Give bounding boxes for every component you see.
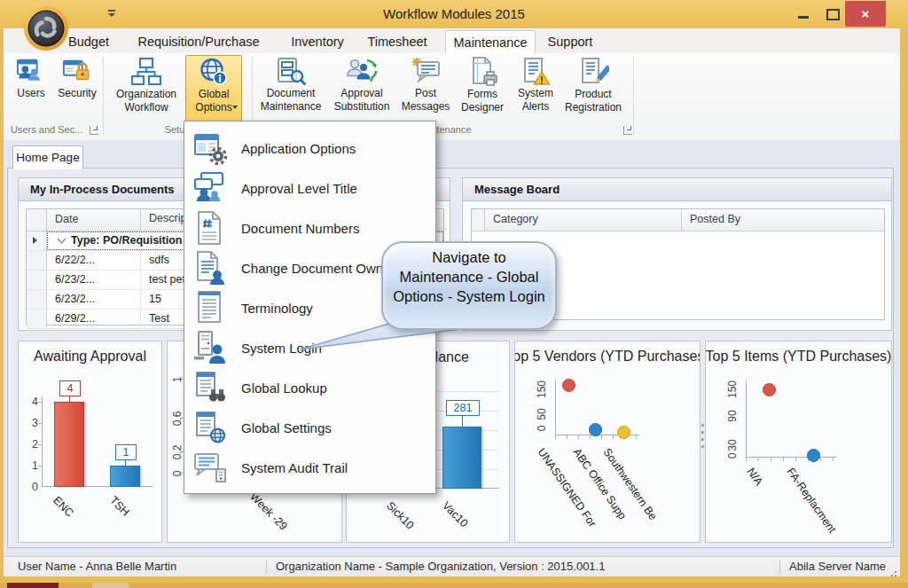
desktop-sliver <box>0 583 908 588</box>
y-tick: 0.6 <box>171 408 184 429</box>
panel-splitter[interactable] <box>701 424 704 451</box>
global-settings-icon <box>192 410 228 445</box>
group-separator <box>103 57 104 135</box>
status-server-name: Abila Server Name - Andy\SQLExpress <box>780 557 888 576</box>
awaiting-approval-panel: Awaiting Approval 4 3 2 1 0 4 1 ENC TSH <box>18 341 162 543</box>
maximize-button[interactable] <box>820 4 843 25</box>
collapse-chevron-icon[interactable] <box>58 235 67 244</box>
x-tick-tsh: TSH <box>107 494 132 519</box>
tab-budget[interactable]: Budget <box>64 30 114 53</box>
dropdown-arrow-icon <box>232 106 238 109</box>
y-tick: 4 <box>24 396 38 408</box>
terminology-icon <box>192 290 228 325</box>
x-tick-vendor: Southwestern Be <box>601 446 660 522</box>
top-vendors-panel: Top 5 Vendors (YTD Purchases) 150 50 0 U… <box>514 341 701 543</box>
document-numbers-icon <box>192 210 228 246</box>
ribbon-button-security[interactable]: Security <box>53 55 101 121</box>
window-border-left <box>0 28 4 583</box>
close-button[interactable]: × <box>845 1 886 27</box>
column-header-category[interactable]: Category <box>485 209 682 231</box>
y-tick: 0.2 <box>171 442 184 463</box>
users-icon <box>16 57 46 85</box>
top-items-plot <box>746 380 837 458</box>
x-tick-week: Week -29 <box>247 490 290 533</box>
point-abc-office <box>589 423 602 436</box>
message-board-header: Category Posted By <box>472 209 884 231</box>
row-indicator-column <box>27 209 47 231</box>
x-tick-enc: ENC <box>51 494 76 520</box>
home-page-tab[interactable]: Home Page <box>12 145 83 169</box>
approval-level-title-icon <box>192 170 228 206</box>
chart-title: Top 5 Vendors (YTD Purchases) <box>514 349 701 365</box>
forms-designer-icon <box>466 57 498 86</box>
desktop-icon-sliver <box>7 583 59 588</box>
ribbon-button-users[interactable]: Users <box>11 55 51 121</box>
quick-access-toolbar-chevron[interactable] <box>107 10 116 19</box>
group-separator <box>633 57 634 135</box>
menu-item-global-settings[interactable]: Global Settings <box>184 408 435 448</box>
security-icon <box>62 57 92 85</box>
ribbon-button-approval-substitution[interactable]: Approval Substitution <box>328 55 395 121</box>
menu-item-application-options[interactable]: Application Options <box>184 129 435 169</box>
chart-title: Awaiting Approval <box>19 349 161 365</box>
menu-item-approval-level-title[interactable]: Approval Level Title <box>184 169 435 208</box>
group-row-label: Type: PO/Requisition <box>71 234 182 247</box>
ribbon-button-system-alerts[interactable]: System Alerts <box>513 55 559 121</box>
tooltip-balloon: Navigate to Maintenance - Global Options… <box>381 241 557 330</box>
tab-support[interactable]: Support <box>543 30 598 53</box>
tab-inventory[interactable]: Inventory <box>284 30 351 53</box>
app-logo-button[interactable] <box>23 5 69 51</box>
cell-date: 6/22/2... <box>47 251 141 270</box>
current-row-arrow-icon <box>33 237 37 244</box>
document-maintenance-icon <box>275 57 307 85</box>
x-tick-vac10: Vac10 <box>440 499 470 529</box>
status-bar: User Name - Anna Belle Martin Organizati… <box>4 556 900 576</box>
y-tick: 150 <box>536 379 548 400</box>
product-registration-icon <box>577 57 609 86</box>
x-tick-sick10: Sick10 <box>384 499 416 531</box>
change-document-ownership-icon <box>192 250 228 286</box>
status-organization: Organization Name - Sample Organization,… <box>267 557 779 576</box>
abila-logo-icon <box>23 5 69 51</box>
ribbon-button-document-maintenance[interactable]: Document Maintenance <box>255 55 326 121</box>
window-border-right <box>900 28 908 583</box>
tab-maintenance[interactable]: Maintenance <box>445 30 536 54</box>
y-tick: 90 <box>726 405 739 427</box>
tab-timesheet[interactable]: Timesheet <box>360 30 434 53</box>
global-lookup-icon <box>192 370 228 405</box>
column-header-posted-by[interactable]: Posted By <box>682 209 884 231</box>
dialog-launcher-icon[interactable] <box>90 126 98 135</box>
app-window: Workflow Modules 2015 × Budget Requisiti… <box>0 0 908 588</box>
chart-title: Top 5 Items (YTD Purchases) <box>706 349 892 365</box>
y-tick: 2 <box>24 438 38 451</box>
system-alerts-icon <box>520 57 552 85</box>
ribbon-button-global-options[interactable]: Global Options <box>185 55 242 122</box>
bar-vac10 <box>442 427 481 489</box>
y-tick: 3 <box>24 417 38 429</box>
cell-date: 6/29/2... <box>47 310 141 328</box>
window-title: Workflow Modules 2015 <box>0 6 908 21</box>
group-label-users-security: Users and Sec... <box>9 124 90 135</box>
ribbon-button-forms-designer[interactable]: Forms Designer <box>456 55 509 121</box>
global-options-icon <box>199 58 229 86</box>
column-header-date[interactable]: Date <box>47 209 141 231</box>
status-user-name: User Name - Anna Belle Martin <box>4 557 266 576</box>
menu-item-system-audit-trail[interactable]: System Audit Trail <box>184 448 435 488</box>
ribbon-button-post-messages[interactable]: Post Messages <box>399 55 452 121</box>
system-audit-trail-icon <box>192 450 228 485</box>
y-tick: 150 <box>726 379 739 400</box>
y-tick: 0 <box>726 445 739 466</box>
approval-substitution-icon <box>346 57 378 85</box>
resize-grip[interactable] <box>888 557 900 576</box>
menu-item-global-lookup[interactable]: Global Lookup <box>184 368 435 408</box>
window-border-bottom <box>0 576 908 583</box>
ribbon-button-organization-workflow[interactable]: Organization Workflow <box>108 55 184 121</box>
tab-requisition-purchase-order[interactable]: Requisition/Purchase Order <box>121 30 277 53</box>
row-indicator-column <box>472 209 485 231</box>
y-tick: 0 <box>536 418 548 439</box>
dialog-launcher-icon[interactable] <box>623 126 632 135</box>
post-messages-icon <box>410 57 442 85</box>
ribbon-button-product-registration[interactable]: Product Registration <box>560 55 626 121</box>
row-indicator <box>27 231 47 250</box>
minimize-button[interactable] <box>792 4 815 25</box>
